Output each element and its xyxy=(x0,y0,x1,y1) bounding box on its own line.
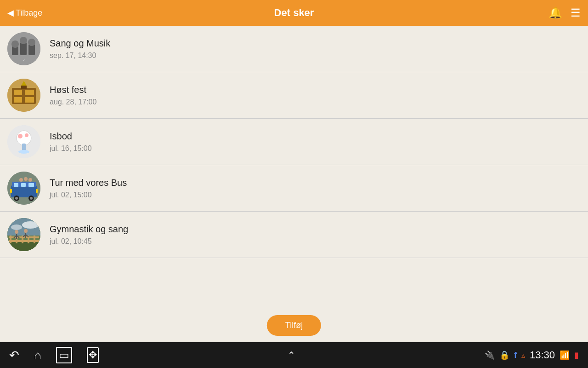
event-list: ♪ Sang og Musik sep. 17, 14:30 Høst fest… xyxy=(0,26,588,258)
svg-rect-38 xyxy=(7,241,40,251)
add-button[interactable]: Tilføj xyxy=(267,315,321,336)
event-title: Isbod xyxy=(50,131,92,142)
svg-point-31 xyxy=(30,197,33,200)
svg-rect-13 xyxy=(25,97,34,103)
svg-rect-32 xyxy=(10,189,12,193)
back-label: Tilbage xyxy=(16,8,42,18)
status-time: 13:30 xyxy=(530,349,555,361)
event-info: Gymnastik og sang jul. 02, 10:45 xyxy=(50,224,128,246)
bottom-status: 🔌 🔒 f ▵ 13:30 📶 ▮ xyxy=(485,349,579,361)
event-thumbnail xyxy=(7,218,40,251)
svg-rect-2 xyxy=(20,42,27,55)
app-header: ◀ Tilbage Det sker 🔔 ☰ xyxy=(0,0,588,26)
add-button-container: Tilføj xyxy=(267,315,321,336)
event-title: Gymnastik og sang xyxy=(50,224,128,235)
bell-icon[interactable]: 🔔 xyxy=(548,6,562,19)
list-item[interactable]: Tur med vores Bus jul. 02, 15:00 xyxy=(0,165,588,212)
event-info: Høst fest aug. 28, 17:00 xyxy=(50,85,96,106)
wifi-icon: 📶 xyxy=(560,350,570,360)
menu-icon[interactable]: ☰ xyxy=(571,6,581,19)
home-icon[interactable]: ⌂ xyxy=(34,348,41,362)
event-info: Isbod jul. 16, 15:00 xyxy=(50,131,92,153)
bottom-nav-center: ⌃ xyxy=(288,350,295,361)
event-thumbnail xyxy=(7,172,40,205)
event-date: jul. 16, 15:00 xyxy=(50,144,92,153)
svg-point-21 xyxy=(18,150,29,154)
event-date: aug. 28, 17:00 xyxy=(50,98,96,106)
svg-rect-33 xyxy=(36,189,38,193)
svg-text:♪: ♪ xyxy=(23,58,25,62)
event-title: Høst fest xyxy=(50,85,96,95)
svg-point-48 xyxy=(11,224,22,230)
list-item[interactable]: Gymnastik og sang jul. 02, 10:45 xyxy=(0,212,588,258)
event-date: jul. 02, 15:00 xyxy=(50,191,127,199)
bottom-nav-bar: ↶ ⌂ ▭ ✥ ⌃ 🔌 🔒 f ▵ 13:30 📶 ▮ xyxy=(0,342,588,368)
svg-point-5 xyxy=(20,37,27,44)
event-date: jul. 02, 10:45 xyxy=(50,237,128,246)
event-info: Tur med vores Bus jul. 02, 15:00 xyxy=(50,178,127,199)
svg-point-35 xyxy=(24,177,28,181)
svg-rect-14 xyxy=(21,86,27,89)
svg-rect-26 xyxy=(21,183,26,187)
svg-point-18 xyxy=(18,134,23,138)
instagram-icon: ▵ xyxy=(521,351,525,360)
battery-icon: ▮ xyxy=(574,350,579,360)
svg-point-30 xyxy=(15,197,18,200)
svg-point-6 xyxy=(28,39,35,46)
svg-rect-27 xyxy=(28,183,34,187)
back-button[interactable]: ◀ Tilbage xyxy=(7,8,42,18)
back-nav-icon[interactable]: ↶ xyxy=(9,348,19,362)
usb-icon: 🔌 xyxy=(485,350,495,360)
svg-point-17 xyxy=(17,131,31,145)
list-item[interactable]: ♪ Sang og Musik sep. 17, 14:30 xyxy=(0,26,588,72)
bottom-nav-left: ↶ ⌂ ▭ ✥ xyxy=(9,347,99,363)
header-actions: 🔔 ☰ xyxy=(548,6,581,19)
svg-point-34 xyxy=(19,178,23,182)
event-title: Tur med vores Bus xyxy=(50,178,127,188)
list-item[interactable]: Isbod jul. 16, 15:00 xyxy=(0,119,588,165)
svg-rect-11 xyxy=(25,90,34,95)
svg-point-49 xyxy=(15,230,18,234)
svg-rect-45 xyxy=(9,240,39,242)
page-title: Det sker xyxy=(274,7,314,19)
svg-point-19 xyxy=(25,133,28,137)
list-item[interactable]: Høst fest aug. 28, 17:00 xyxy=(0,72,588,119)
svg-point-4 xyxy=(11,40,19,48)
facebook-icon: f xyxy=(514,351,517,360)
svg-rect-12 xyxy=(14,97,22,103)
svg-point-53 xyxy=(24,229,28,233)
event-title: Sang og Musik xyxy=(50,38,110,49)
svg-rect-25 xyxy=(14,183,18,187)
event-thumbnail: ♪ xyxy=(7,32,40,65)
event-thumbnail xyxy=(7,79,40,112)
event-info: Sang og Musik sep. 17, 14:30 xyxy=(50,38,110,60)
event-thumbnail xyxy=(7,125,40,158)
svg-rect-10 xyxy=(14,90,22,95)
up-arrow-icon[interactable]: ⌃ xyxy=(288,350,295,361)
screenshot-icon[interactable]: ✥ xyxy=(87,347,99,363)
recent-apps-icon[interactable]: ▭ xyxy=(56,347,72,363)
lock-icon: 🔒 xyxy=(499,350,509,360)
svg-point-47 xyxy=(22,221,39,229)
event-date: sep. 17, 14:30 xyxy=(50,52,110,60)
svg-point-36 xyxy=(28,178,32,182)
back-icon: ◀ xyxy=(7,8,14,18)
